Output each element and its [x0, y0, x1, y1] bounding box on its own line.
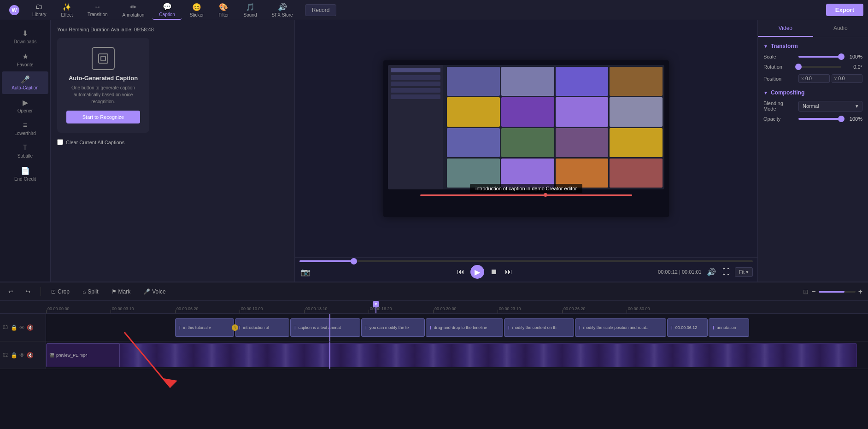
clip-text-icon-5: T: [507, 325, 510, 330]
time-display: 00:00:12 | 00:01:01: [658, 269, 702, 275]
library-icon: 🗂: [35, 3, 43, 11]
app-logo: W: [5, 5, 24, 15]
sidebar-item-auto-caption[interactable]: 🎤 Auto-Caption: [2, 71, 48, 94]
opener-icon: ▶: [23, 98, 28, 107]
video-track-eye-button[interactable]: 👁: [19, 352, 25, 358]
track-lock-button[interactable]: 🔒: [11, 324, 18, 331]
sidebar-item-downloads[interactable]: ⬇ Downloads: [2, 25, 48, 48]
nav-annotation[interactable]: ✏ Annotation: [116, 1, 151, 19]
fit-button[interactable]: Fit ▾: [735, 267, 753, 277]
progress-bar[interactable]: [299, 260, 753, 262]
nav-filter[interactable]: 🎨 Filter: [212, 1, 235, 19]
mark-button[interactable]: ⚑ Mark: [109, 287, 134, 296]
clip-join-0: ⌇: [232, 324, 238, 331]
zoom-in-button[interactable]: +: [858, 288, 862, 296]
nav-transition[interactable]: ↔ Transition: [81, 1, 114, 19]
effect-icon: ✨: [62, 3, 71, 12]
blending-mode-select[interactable]: Normal ▾: [798, 101, 862, 112]
ruler-mark-9: 00:00:30:00: [627, 306, 650, 311]
right-panel: Video Audio ▼ Transform Scale 100% Rotat…: [757, 20, 868, 282]
progress-handle[interactable]: [351, 258, 357, 264]
record-button[interactable]: Record: [305, 4, 337, 16]
nav-caption[interactable]: 💬 Caption: [152, 0, 181, 20]
rotation-slider[interactable]: [798, 66, 841, 68]
video-clip-label-segment[interactable]: 🎬 preview_PE.mp4: [46, 343, 120, 367]
bottom-timeline: ↩ ↪ ⊡ Crop ⌂ Split ⚑ Mark 🎤 Voice ⊡ − +: [0, 282, 868, 429]
video-preview-area: introduction of caption in demo Creator …: [295, 20, 757, 282]
caption-clip-4[interactable]: T drag-and-drop to the timeline: [426, 318, 503, 337]
export-button[interactable]: Export: [826, 4, 863, 16]
sidebar-item-opener[interactable]: ▶ Opener: [2, 94, 48, 117]
video-track-playhead: [329, 341, 330, 369]
opacity-handle[interactable]: [838, 116, 845, 122]
fullscreen-button[interactable]: ⛶: [721, 266, 731, 277]
prev-frame-button[interactable]: ⏮: [456, 266, 466, 277]
tab-video[interactable]: Video: [758, 20, 813, 37]
scale-fill: [798, 56, 841, 58]
sidebar-item-end-credit[interactable]: 📄 End Credit: [2, 163, 48, 185]
caption-clip-1[interactable]: ⌇ T introduction of: [235, 318, 289, 337]
video-clip-preview-icon: 🎬: [49, 353, 54, 358]
video-clip-filmstrip[interactable]: [120, 343, 857, 367]
clip-text-icon-8: T: [712, 325, 715, 330]
zoom-out-button[interactable]: −: [811, 288, 815, 296]
redo-button[interactable]: ↪: [23, 287, 33, 296]
caption-clip-6[interactable]: T modify the scale position and rotat...: [575, 318, 666, 337]
video-preview-inner: introduction of caption in demo Creator …: [383, 60, 669, 217]
scale-value: 100%: [844, 54, 862, 59]
auto-caption-desc: One button to generate caption automatic…: [66, 84, 140, 105]
sidebar-item-favorite[interactable]: ★ Favorite: [2, 48, 48, 71]
nav-sticker[interactable]: 😊 Sticker: [183, 1, 211, 19]
video-track-lock-button[interactable]: 🔒: [11, 352, 18, 358]
svg-marker-3: [164, 378, 177, 388]
svg-rect-0: [99, 54, 108, 63]
caption-clip-3[interactable]: T you can modify the te: [361, 318, 425, 337]
left-transport-icons: 📷: [299, 266, 311, 278]
blending-mode-label: Blending Mode: [763, 100, 796, 112]
scale-handle[interactable]: [838, 53, 845, 60]
zoom-slider[interactable]: [819, 291, 856, 293]
split-icon: ⌂: [82, 288, 86, 295]
track-eye-button[interactable]: 👁: [19, 324, 25, 331]
split-button[interactable]: ⌂ Split: [80, 287, 101, 296]
track-mute-button[interactable]: 🔇: [27, 324, 34, 331]
clear-caption-checkbox[interactable]: [57, 139, 63, 145]
caption-clip-8[interactable]: T annotation: [709, 318, 749, 337]
crop-button[interactable]: ⊡ Crop: [48, 287, 72, 296]
screenshot-button[interactable]: 📷: [299, 266, 311, 278]
recognize-button[interactable]: Start to Recognize: [66, 111, 140, 123]
nav-sfx[interactable]: 🔊 SFX Store: [265, 1, 299, 19]
caption-clip-0[interactable]: T in this tutorial v: [175, 318, 234, 337]
caption-clip-7[interactable]: T 00:00:06:12: [667, 318, 708, 337]
undo-button[interactable]: ↩: [6, 287, 16, 296]
opacity-slider[interactable]: [798, 118, 841, 120]
caption-clip-5[interactable]: T modify the content on th: [504, 318, 574, 337]
compositing-section: ▼ Compositing Blending Mode Normal ▾ Opa…: [763, 89, 862, 122]
nav-sound[interactable]: 🎵 Sound: [237, 1, 264, 19]
position-y-field[interactable]: Y 0.0: [832, 74, 863, 83]
tab-audio[interactable]: Audio: [813, 20, 868, 37]
right-panel-content: ▼ Transform Scale 100% Rotation 0.0°: [758, 37, 868, 282]
left-panel: ⬇ Downloads ★ Favorite 🎤 Auto-Caption ▶ …: [0, 20, 295, 282]
caption-track-row: 03 🔒 👁 🔇 T in this tutorial v: [0, 314, 868, 341]
caption-clip-2[interactable]: T caption is a text animat: [290, 318, 360, 337]
lowerthird-icon: ≡: [23, 121, 27, 129]
position-x-field[interactable]: X 0.0: [798, 74, 830, 83]
caption-clip-text-1: introduction of: [243, 325, 270, 330]
position-row: Position X 0.0 Y 0.0: [763, 74, 862, 83]
nav-library[interactable]: 🗂 Library: [26, 1, 53, 19]
nav-effect[interactable]: ✨ Effect: [55, 1, 79, 19]
ruler-mark-6: 00:00:20:00: [433, 306, 457, 311]
voice-button[interactable]: 🎤 Voice: [141, 287, 168, 296]
rotation-handle[interactable]: [795, 64, 802, 70]
volume-button[interactable]: 🔊: [705, 266, 717, 278]
video-track-content: 🎬 preview_PE.mp4: [46, 341, 868, 369]
clip-text-icon-7: T: [670, 325, 674, 330]
sidebar-item-lowerthird[interactable]: ≡ Lowerthird: [2, 118, 48, 140]
sidebar-item-subtitle[interactable]: T Subtitle: [2, 140, 48, 162]
next-frame-button[interactable]: ⏭: [504, 266, 514, 277]
play-button[interactable]: ▶: [470, 265, 484, 279]
scale-slider[interactable]: [798, 56, 841, 58]
video-track-mute-button[interactable]: 🔇: [27, 352, 34, 358]
stop-button[interactable]: ⏹: [489, 266, 499, 277]
